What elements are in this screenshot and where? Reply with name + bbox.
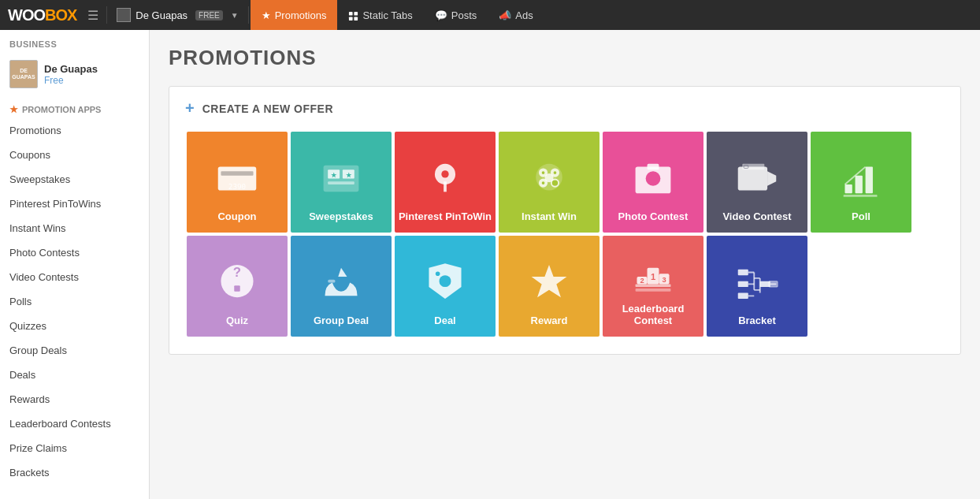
sidebar-item-group-deals[interactable]: Group Deals	[0, 338, 149, 363]
nav-ads[interactable]: 📣 Ads	[488, 0, 544, 30]
sidebar-item-instant-wins[interactable]: Instant Wins	[0, 216, 149, 240]
top-navigation: WOOBOX ☰ De Guapas FREE ▼ ★ Promotions S…	[0, 0, 980, 30]
sidebar-item-quizzes[interactable]: Quizzes	[0, 314, 149, 338]
svg-rect-28	[648, 164, 659, 169]
tile-bracket-label: Bracket	[738, 315, 776, 327]
promotions-icon: ★	[262, 9, 271, 21]
svg-rect-40	[328, 280, 335, 283]
account-button[interactable]: De Guapas FREE ▼	[109, 5, 246, 25]
svg-point-15	[441, 170, 448, 177]
tile-reward[interactable]: Reward	[499, 236, 600, 337]
svg-text:★: ★	[331, 171, 337, 179]
quiz-icon: ?	[215, 261, 259, 305]
photo-icon	[631, 157, 675, 201]
tile-group-deal-label: Group Deal	[314, 315, 369, 327]
svg-rect-5	[221, 171, 253, 176]
logo-area: WOOBOX	[8, 6, 76, 24]
tile-quiz-label: Quiz	[226, 315, 248, 327]
tile-quiz[interactable]: ? Quiz	[187, 236, 288, 337]
sidebar-item-pinterest[interactable]: Pinterest PinToWins	[0, 192, 149, 216]
svg-text:2390: 2390	[228, 182, 247, 191]
tile-pinterest-label: Pinterest PinToWin	[399, 210, 492, 223]
tile-group-deal[interactable]: Group Deal	[291, 236, 392, 337]
promotion-apps-label: PROMOTION APPS	[22, 105, 101, 114]
svg-marker-30	[767, 171, 776, 186]
tile-coupon[interactable]: 2390 Coupon	[187, 132, 288, 233]
main-layout: BUSINESS DEGUAPAS De Guapas Free ★ PROMO…	[0, 30, 980, 499]
tile-poll-label: Poll	[852, 210, 870, 223]
account-name: De Guapas	[135, 9, 187, 21]
create-offer-title: CREATE A NEW OFFER	[202, 102, 333, 115]
sidebar-item-polls[interactable]: Polls	[0, 289, 149, 314]
create-offer-header[interactable]: + CREATE A NEW OFFER	[185, 99, 945, 117]
svg-text:3: 3	[662, 276, 666, 284]
svg-text:?: ?	[233, 265, 241, 280]
svg-text:★: ★	[346, 171, 352, 179]
nav-static-tabs-label: Static Tabs	[362, 9, 412, 21]
sidebar-item-promotions[interactable]: Promotions	[0, 118, 149, 143]
nav-ads-label: Ads	[515, 9, 533, 21]
star-icon: ★	[9, 104, 18, 115]
tile-sweepstakes[interactable]: ★ ★ Sweepstakes	[291, 132, 392, 233]
tile-video-contest-label: Video Contest	[722, 210, 791, 223]
ads-icon: 📣	[499, 9, 511, 21]
tile-reward-label: Reward	[531, 315, 568, 327]
coupon-icon: 2390	[215, 157, 259, 201]
nav-promotions[interactable]: ★ Promotions	[251, 0, 338, 30]
business-details: De Guapas Free	[44, 63, 98, 86]
sidebar-item-photo-contests[interactable]: Photo Contests	[0, 240, 149, 265]
svg-rect-51	[636, 289, 671, 292]
business-plan[interactable]: Free	[44, 75, 98, 86]
create-offer-section: + CREATE A NEW OFFER 2390 Coupon	[169, 86, 961, 355]
svg-rect-2	[349, 17, 353, 20]
tile-poll[interactable]: Poll	[811, 132, 911, 233]
sidebar: BUSINESS DEGUAPAS De Guapas Free ★ PROMO…	[0, 30, 150, 499]
nav-divider-2	[248, 6, 249, 24]
svg-rect-33	[845, 184, 852, 193]
tile-instant-win-label: Instant Win	[522, 210, 577, 223]
tile-bracket[interactable]: Bracket	[707, 236, 807, 337]
svg-point-42	[436, 272, 440, 277]
sidebar-item-coupons[interactable]: Coupons	[0, 143, 149, 167]
group-deal-icon	[319, 261, 363, 305]
sidebar-item-video-contests[interactable]: Video Contests	[0, 265, 149, 289]
sidebar-item-sweepstakes[interactable]: Sweepstakes	[0, 167, 149, 192]
svg-marker-43	[532, 265, 567, 297]
svg-text:2: 2	[640, 277, 644, 285]
tile-photo-contest[interactable]: Photo Contest	[603, 132, 703, 233]
tile-pinterest[interactable]: Pinterest PinToWin	[395, 132, 496, 233]
tile-instant-win[interactable]: Instant Win	[499, 132, 600, 233]
sidebar-item-brackets[interactable]: Brackets	[0, 460, 149, 485]
static-tabs-icon	[348, 9, 358, 20]
nav-posts[interactable]: 💬 Posts	[424, 0, 488, 30]
svg-point-25	[542, 181, 545, 184]
business-name: De Guapas	[44, 63, 98, 75]
svg-point-27	[646, 171, 661, 186]
sidebar-item-prize-claims[interactable]: Prize Claims	[0, 436, 149, 460]
svg-rect-35	[866, 167, 873, 194]
nav-static-tabs[interactable]: Static Tabs	[337, 0, 423, 30]
dropdown-arrow: ▼	[231, 11, 239, 20]
svg-rect-10	[328, 181, 355, 184]
svg-text:1: 1	[651, 272, 655, 281]
tile-leaderboard-label: Leaderboard Contest	[603, 303, 703, 327]
leaderboard-icon: 1 2 3	[631, 261, 675, 305]
svg-rect-54	[738, 293, 748, 299]
svg-point-23	[554, 171, 557, 174]
bracket-icon	[735, 261, 779, 305]
tile-deal[interactable]: Deal	[395, 236, 496, 337]
sidebar-item-deals[interactable]: Deals	[0, 363, 149, 387]
tile-photo-contest-label: Photo Contest	[618, 210, 689, 223]
svg-rect-39	[234, 285, 239, 291]
hamburger-menu-button[interactable]: ☰	[81, 5, 105, 26]
svg-rect-52	[738, 270, 748, 275]
sidebar-item-rewards[interactable]: Rewards	[0, 387, 149, 411]
main-content: Promotions + CREATE A NEW OFFER 2390 Cou…	[150, 30, 980, 499]
plan-badge: FREE	[195, 10, 223, 20]
promotion-apps-header: ★ PROMOTION APPS	[0, 98, 149, 118]
svg-rect-14	[444, 181, 447, 192]
sidebar-item-leaderboard-contests[interactable]: Leaderboard Contests	[0, 411, 149, 436]
tile-leaderboard[interactable]: 1 2 3 Leaderboard Contest	[603, 236, 703, 337]
tile-video-contest[interactable]: Video Contest	[707, 132, 807, 233]
page-title: Promotions	[169, 46, 961, 70]
